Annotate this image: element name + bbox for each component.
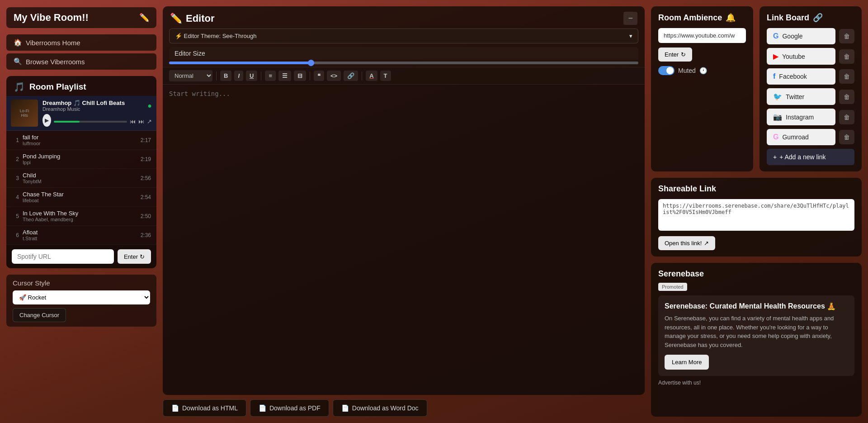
open-link-button[interactable]: Open this link! ↗ [658, 236, 715, 250]
ordered-list-button[interactable]: ≡ [265, 71, 276, 81]
link-youtube-delete-button[interactable]: 🗑 [839, 49, 854, 64]
editor-theme-select[interactable]: ⚡ Editor Theme: See-Through ▾ [169, 29, 638, 43]
quote-button[interactable]: ❝ [314, 71, 324, 81]
font-color-button[interactable]: A [366, 71, 377, 81]
list-item[interactable]: 1 fall for luffmoor 2:17 [6, 131, 156, 150]
link-google-delete-button[interactable]: 🗑 [839, 29, 854, 43]
toggle-knob [666, 67, 674, 74]
highlight-button[interactable]: T [380, 71, 391, 81]
link-button[interactable]: 🔗 [344, 71, 358, 81]
progress-bar [54, 121, 127, 123]
serenebase-card-title: Serenebase: Curated Mental Health Resour… [665, 302, 848, 310]
link-twitter-delete-button[interactable]: 🗑 [839, 90, 854, 104]
bell-icon: 🔔 [726, 13, 736, 23]
track-duration: 2:50 [141, 213, 151, 219]
list-item[interactable]: 5 In Love With The Sky Theo Aabel, møndb… [6, 207, 156, 226]
track-artist: Theo Aabel, møndberg [23, 217, 137, 222]
prev-icon[interactable]: ⏮ [130, 118, 136, 125]
link-google-label: Google [782, 33, 802, 40]
track-duration: 2:56 [141, 175, 151, 181]
spotify-url-input[interactable] [12, 249, 114, 264]
link-gumroad-button[interactable]: G Gumroad [767, 129, 835, 145]
ambience-enter-button[interactable]: Enter ↻ [658, 48, 692, 62]
cursor-select[interactable]: 🚀 Rocket Arrow Crosshair Hand [13, 290, 150, 304]
download-word-icon: 📄 [341, 404, 349, 412]
youtube-url-input[interactable] [658, 28, 746, 43]
list-item[interactable]: 3 Child TonybtM 2:56 [6, 169, 156, 188]
download-pdf-button[interactable]: 📄 Download as PDF [250, 399, 329, 417]
room-title: My Vibe Room!! [14, 12, 135, 24]
ambience-title: Room Ambience 🔔 [658, 13, 746, 23]
learn-more-button[interactable]: Learn More [665, 355, 709, 370]
advertise-link[interactable]: Advertise with us! [658, 380, 854, 386]
mute-toggle[interactable] [658, 66, 675, 75]
align-button[interactable]: ⊟ [294, 71, 306, 81]
link-gumroad-delete-button[interactable]: 🗑 [839, 130, 854, 144]
track-artist: Ippi [23, 160, 137, 165]
track-artist: t.Stratt [23, 236, 137, 241]
twitter-icon: 🐦 [773, 92, 782, 101]
link-twitter-button[interactable]: 🐦 Twitter [767, 88, 835, 105]
editor-theme-row: ⚡ Editor Theme: See-Through ▾ [163, 29, 645, 47]
link-item: ▶ Youtube 🗑 [767, 48, 854, 65]
editor-pencil-icon: ✏️ [170, 13, 182, 24]
link-facebook-delete-button[interactable]: 🗑 [839, 69, 854, 84]
cursor-select-row: 🚀 Rocket Arrow Crosshair Hand [13, 290, 150, 304]
link-gumroad-label: Gumroad [782, 133, 808, 141]
next-icon[interactable]: ⏭ [138, 118, 144, 125]
add-link-button[interactable]: + + Add a new link [767, 149, 854, 165]
share-url-box[interactable]: https://viberrooms.serenebase.com/share/… [658, 199, 854, 231]
track-info: fall for luffmoor [23, 134, 137, 146]
link-board-title: Link Board 🔗 [767, 13, 854, 23]
nav-home[interactable]: 🏠 Viberrooms Home [6, 34, 156, 51]
editor-minimize-button[interactable]: − [623, 12, 637, 25]
spotify-enter-button[interactable]: Enter ↻ [118, 249, 151, 264]
play-button[interactable]: ▶ [42, 114, 51, 127]
playlist-header: 🎵 Room Playlist [6, 76, 156, 96]
link-icon: 🔗 [813, 13, 823, 23]
underline-button[interactable]: U [246, 71, 257, 81]
editor-textarea[interactable] [163, 85, 645, 395]
google-icon: G [773, 32, 778, 40]
cursor-panel-title: Cursor Style [13, 279, 150, 287]
serenebase-card-body: On Serenebase, you can find a variety of… [665, 314, 848, 349]
promoted-badge: Promoted [658, 283, 687, 291]
link-youtube-button[interactable]: ▶ Youtube [767, 48, 835, 65]
nav-browse[interactable]: 🔍 Browse Viberrooms [6, 53, 156, 70]
list-item[interactable]: 2 Pond Jumping Ippi 2:19 [6, 150, 156, 169]
format-select[interactable]: Normal Heading 1 Heading 2 [169, 70, 212, 81]
track-num: 1 [12, 137, 19, 143]
link-item: G Gumroad 🗑 [767, 129, 854, 145]
italic-button[interactable]: I [234, 71, 243, 81]
spotify-url-row: Enter ↻ [6, 245, 156, 268]
link-google-button[interactable]: G Google [767, 28, 835, 44]
list-item[interactable]: 6 Afloat t.Stratt 2:36 [6, 226, 156, 245]
code-button[interactable]: <> [327, 71, 341, 81]
nav-links: 🏠 Viberrooms Home 🔍 Browse Viberrooms [6, 34, 156, 70]
track-title: Child [23, 172, 137, 179]
editor-body [163, 85, 645, 395]
editor-size-slider[interactable] [169, 62, 638, 64]
link-instagram-button[interactable]: 📷 Instagram [767, 109, 835, 125]
serenebase-panel: Serenebase Promoted Serenebase: Curated … [651, 263, 862, 417]
top-panels-row: Room Ambience 🔔 Enter ↻ Muted 🕐 [651, 6, 862, 171]
link-facebook-button[interactable]: f Facebook [767, 68, 835, 85]
download-html-button[interactable]: 📄 Download as HTML [163, 399, 246, 417]
external-link-icon: ↗ [704, 240, 709, 247]
share-icon[interactable]: ↗ [147, 118, 152, 125]
editor-title: ✏️ Editor [170, 13, 215, 24]
link-instagram-delete-button[interactable]: 🗑 [839, 110, 854, 124]
unordered-list-button[interactable]: ☰ [278, 71, 291, 81]
track-num: 5 [12, 213, 19, 219]
link-item: 🐦 Twitter 🗑 [767, 88, 854, 105]
list-item[interactable]: 4 Chase The Star lifeboat 2:54 [6, 188, 156, 207]
facebook-icon: f [773, 72, 775, 81]
download-word-button[interactable]: 📄 Download as Word Doc [333, 399, 427, 417]
edit-room-icon[interactable]: ✏️ [139, 13, 149, 23]
change-cursor-button[interactable]: Change Cursor [13, 308, 66, 322]
instagram-icon: 📷 [773, 113, 782, 121]
spotify-logo: ● [147, 102, 152, 110]
editor-titlebar: ✏️ Editor − [163, 6, 645, 29]
track-num: 2 [12, 156, 19, 162]
bold-button[interactable]: B [220, 71, 231, 81]
